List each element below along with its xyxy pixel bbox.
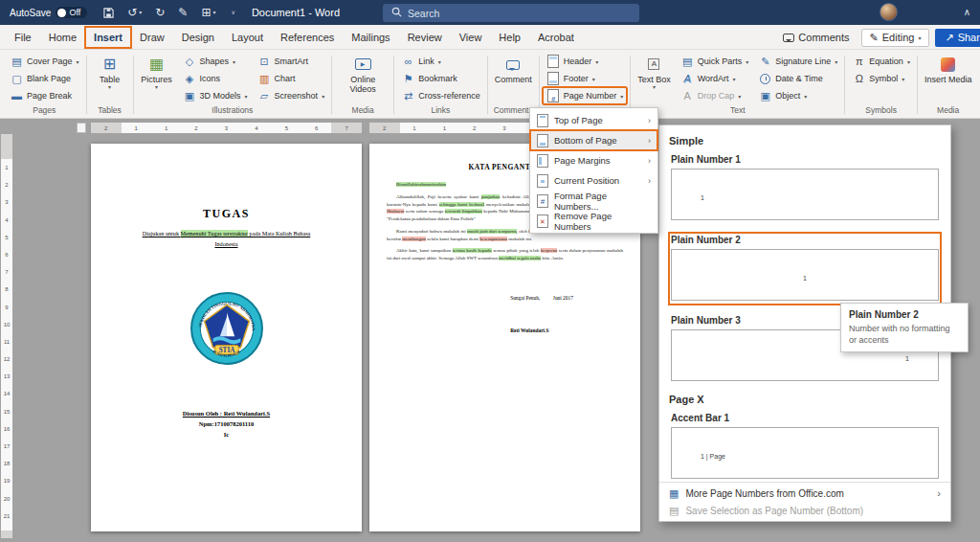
cover-page-button[interactable]: ▤Cover Page▾	[6, 53, 83, 70]
autosave-label: AutoSave	[10, 8, 51, 18]
redo-icon[interactable]: ↻	[148, 0, 171, 25]
avatar[interactable]	[880, 3, 898, 21]
insert-media-icon	[941, 55, 955, 74]
horizontal-ruler-1[interactable]: 211234567	[91, 123, 362, 133]
table-icon: ⊞	[103, 55, 116, 74]
gallery-preview: 1 | Page	[671, 427, 939, 479]
quick-table-icon[interactable]: ⊞▾	[194, 0, 222, 25]
cross-reference-button[interactable]: ⇄Cross-reference	[397, 87, 484, 104]
ribbon-group-symbols: πEquation▾ΩSymbol▾Symbols	[848, 52, 914, 118]
blank-page-icon: ▢	[10, 73, 24, 85]
chevron-down-icon: ▾	[438, 58, 441, 65]
page1-subtitle2: Indonesia	[214, 240, 237, 247]
editing-button[interactable]: ✎ Editing ▾	[861, 29, 930, 47]
cover-page-icon: ▤	[10, 56, 24, 68]
search-input[interactable]: Search	[383, 4, 639, 22]
ribbon-options-icon[interactable]: ∧	[964, 0, 970, 25]
tab-home[interactable]: Home	[40, 27, 85, 48]
gallery-item-accent-bar-1[interactable]: Accent Bar 11 | Page	[669, 411, 941, 482]
toggle-knob	[57, 9, 66, 17]
tab-help[interactable]: Help	[490, 27, 529, 48]
tab-design[interactable]: Design	[173, 27, 223, 48]
menu-item-top-of-page[interactable]: Top of Page›	[530, 110, 657, 130]
customize-quick-access-icon[interactable]: ∨	[223, 0, 242, 25]
group-separator	[630, 56, 631, 114]
tab-draw[interactable]: Draw	[131, 27, 173, 48]
date-time-button[interactable]: Date & Time	[754, 70, 841, 87]
page-break-button[interactable]: ▬Page Break	[6, 87, 83, 104]
tab-view[interactable]: View	[451, 27, 491, 48]
comments-button[interactable]: Comments	[777, 30, 855, 45]
shapes-button[interactable]: ◇Shapes▾	[179, 53, 252, 70]
object-button[interactable]: ▣Object▾	[754, 87, 841, 104]
autosave-toggle[interactable]: AutoSave Off	[10, 7, 87, 18]
comments-label: Comments	[798, 32, 849, 43]
tab-file[interactable]: File	[6, 27, 40, 48]
gallery-item-plain-number-2[interactable]: Plain Number 21	[669, 233, 941, 305]
chart-button[interactable]: ▥Chart	[254, 70, 329, 87]
ribbon-group-illustrations: ▦Pictures▾◇Shapes▾◈Icons▣3D Models▾⊡Smar…	[137, 52, 329, 118]
format-page-numbers-icon	[537, 194, 548, 208]
3d-models-button[interactable]: ▣3D Models▾	[179, 87, 252, 104]
drop-cap-button[interactable]: ADrop Cap▾	[677, 87, 753, 104]
screenshot-button[interactable]: ▱Screenshot▾	[254, 87, 329, 104]
chevron-down-icon: ▾	[653, 84, 656, 91]
vertical-ruler[interactable]: 123456789101112131415161718192021	[1, 134, 12, 538]
tab-stop-selector[interactable]	[77, 123, 86, 133]
text-box-button[interactable]: AText Box▾	[634, 53, 675, 91]
gallery-section-title: Page X	[669, 394, 941, 405]
tab-acrobat[interactable]: Acrobat	[529, 27, 583, 48]
tab-references[interactable]: References	[272, 27, 343, 48]
menu-item-page-margins[interactable]: Page Margins›	[530, 150, 657, 170]
ribbon-group-label: Text	[634, 105, 841, 118]
menu-item-remove-page-numbers[interactable]: Remove Page Numbers	[530, 211, 657, 231]
blank-page-button[interactable]: ▢Blank Page	[6, 70, 83, 87]
table-button[interactable]: ⊞Table▾	[90, 53, 130, 91]
quick-parts-button[interactable]: ▤Quick Parts▾	[677, 53, 753, 70]
document-page-1[interactable]: TUGAS Diajukan untuk Memenuhi Tugas ters…	[91, 144, 362, 531]
menu-item-format-page-numbers[interactable]: Format Page Numbers...	[530, 191, 657, 211]
bookmark-button[interactable]: ⚑Bookmark	[397, 70, 484, 87]
tab-review[interactable]: Review	[399, 27, 451, 48]
menu-item-current-position[interactable]: Current Position›	[530, 170, 657, 191]
wordart-button[interactable]: AWordArt▾	[677, 70, 753, 87]
icons-icon: ◈	[183, 73, 197, 85]
draw-pen-icon[interactable]: ✎	[171, 0, 194, 25]
share-label: Share	[958, 32, 980, 43]
gallery-section-title: Simple	[669, 135, 941, 147]
tab-layout[interactable]: Layout	[223, 27, 272, 48]
pictures-button[interactable]: ▦Pictures▾	[137, 53, 177, 91]
chevron-down-icon: ▾	[746, 58, 748, 65]
chevron-down-icon: ▾	[595, 58, 598, 65]
more-page-numbers-link[interactable]: ▦ More Page Numbers from Office.com ›	[659, 485, 950, 502]
ribbon-group-media: ▶Online VideosMedia	[335, 52, 390, 118]
icons-button[interactable]: ◈Icons	[179, 70, 252, 87]
signature-line-icon: ✎	[758, 56, 772, 68]
save-icon[interactable]	[97, 8, 121, 18]
titlebar: AutoSave Off ↺▾ ↻ ✎ ⊞▾ ∨ Document1 - Wor…	[0, 0, 980, 25]
online-videos-button[interactable]: ▶Online Videos	[335, 53, 390, 95]
comment-button[interactable]: Comment	[491, 53, 536, 84]
ribbon-group-label: Symbols	[848, 105, 914, 118]
cross-reference-icon: ⇄	[401, 90, 415, 102]
tab-insert[interactable]: Insert	[85, 27, 131, 48]
equation-button[interactable]: πEquation▾	[848, 53, 914, 70]
menu-item-bottom-of-page[interactable]: Bottom of Page›	[530, 130, 657, 150]
group-separator	[393, 56, 394, 114]
smartart-button[interactable]: ⊡SmartArt	[254, 53, 329, 70]
ribbon-group-label: Tables	[90, 105, 130, 118]
tab-mailings[interactable]: Mailings	[343, 27, 398, 48]
autosave-switch[interactable]: Off	[56, 7, 87, 18]
header-button[interactable]: Header▾	[543, 53, 628, 70]
gallery-item-plain-number-1[interactable]: Plain Number 11	[669, 152, 941, 224]
page-number-button[interactable]: Page Number▾	[543, 87, 628, 104]
chevron-down-icon: ▾	[804, 93, 807, 100]
link-button[interactable]: ∞Link▾	[397, 53, 484, 70]
signature-line-button[interactable]: ✎Signature Line▾	[754, 53, 841, 70]
share-button[interactable]: ↗ Share	[935, 29, 980, 47]
insert-media-button[interactable]: Insert Media	[921, 53, 976, 84]
save-selection-item[interactable]: ▤ Save Selection as Page Number (Bottom)	[659, 502, 950, 519]
footer-button[interactable]: Footer▾	[543, 70, 628, 87]
symbol-button[interactable]: ΩSymbol▾	[848, 70, 914, 87]
undo-icon[interactable]: ↺▾	[121, 0, 148, 25]
